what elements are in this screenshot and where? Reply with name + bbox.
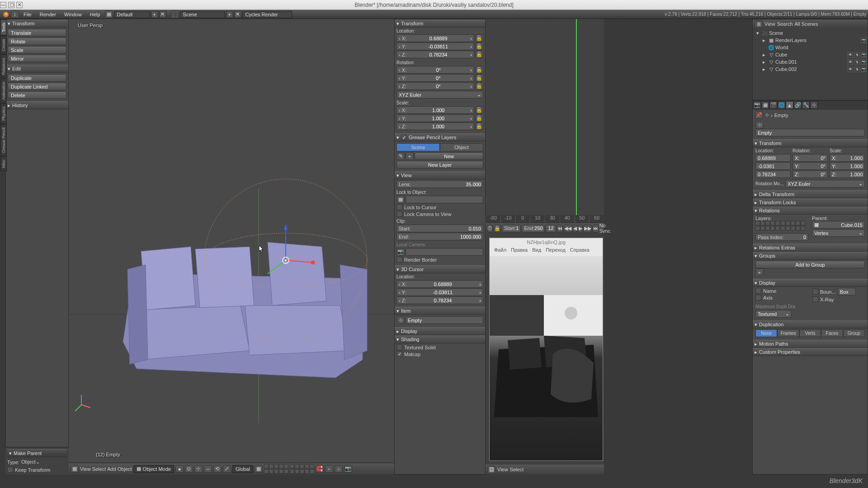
imgmenu-view[interactable]: Вид: [532, 247, 541, 253]
rot-y-lock-icon[interactable]: 🔓: [475, 74, 483, 82]
editor-type-icon[interactable]: i: [11, 10, 19, 18]
outliner-row[interactable]: ▸▽Cube.001👁🖱📷: [754, 58, 867, 66]
proptab-object-icon[interactable]: ▲: [786, 101, 793, 109]
restrict-icon[interactable]: 📷: [861, 52, 867, 58]
timeline-marker-icon[interactable]: 🔒: [494, 225, 501, 232]
disp-name-checkbox[interactable]: [755, 288, 761, 294]
add-group-plus-icon[interactable]: +: [755, 268, 764, 276]
prop-motion-header[interactable]: ▸Motion Paths: [753, 340, 868, 348]
prop-custom-header[interactable]: ▸Custom Properties: [753, 348, 868, 356]
parent-field[interactable]: ▦Cube.015: [812, 221, 865, 229]
viewport-menu-object[interactable]: Object: [118, 466, 132, 472]
matcap-checkbox[interactable]: [396, 351, 402, 357]
outliner-row[interactable]: ▸▦RenderLayers📷: [754, 37, 867, 44]
snap-type-icon[interactable]: ▫: [325, 465, 333, 473]
scene-dropdown[interactable]: Scene: [180, 11, 225, 18]
pass-index-field[interactable]: Pass Index:0: [755, 233, 808, 241]
prop-scale-y[interactable]: Y:1.000: [830, 162, 865, 170]
timeline-editor-icon[interactable]: ⏱: [487, 225, 493, 232]
textured-solid-checkbox[interactable]: [396, 344, 402, 350]
outliner-row[interactable]: 🌐World: [754, 44, 867, 51]
pivot-icon[interactable]: ⊙: [185, 465, 193, 473]
manipulator-icon[interactable]: ⊹: [194, 465, 203, 473]
prop-scale-z[interactable]: Z:1.000: [830, 170, 865, 178]
viewport-menu-view[interactable]: View: [80, 466, 91, 472]
restrict-icon[interactable]: 👁: [847, 59, 853, 65]
loc-z-lock-icon[interactable]: 🔓: [475, 51, 483, 58]
translate-button[interactable]: Translate: [8, 29, 66, 37]
proptab-modifiers-icon[interactable]: 🔧: [802, 101, 810, 109]
layout-add-button[interactable]: +: [151, 11, 158, 18]
npanel-display-header[interactable]: ▸Display: [395, 327, 485, 335]
prop-loc-x[interactable]: 0.68889: [755, 154, 791, 162]
bound-type-dropdown[interactable]: Box: [838, 288, 856, 296]
local-cam-icon[interactable]: 📷: [396, 248, 405, 256]
lens-field[interactable]: Lens:35.000: [396, 180, 483, 188]
toolshelf-transform-header[interactable]: ▾Transform: [6, 19, 68, 28]
restrict-icon[interactable]: 📷: [861, 38, 867, 43]
lock-cursor-checkbox[interactable]: [396, 204, 402, 210]
prop-loc-y[interactable]: -0.0381: [755, 162, 791, 170]
mode-dropdown[interactable]: ▦Object Mode: [133, 465, 174, 473]
delete-button[interactable]: Delete: [8, 91, 66, 99]
restrict-icon[interactable]: 📷: [861, 59, 867, 65]
gp-newlayer-button[interactable]: New Layer: [396, 161, 483, 169]
rot-x-lock-icon[interactable]: 🔓: [475, 66, 483, 74]
mirror-button[interactable]: Mirror: [8, 55, 66, 62]
jump-end-icon[interactable]: ⏭: [593, 225, 599, 232]
cursor-x-field[interactable]: ‹ X:0.68889›: [396, 280, 483, 288]
proptab-world-icon[interactable]: 🌐: [778, 101, 785, 109]
keyframe-prev-icon[interactable]: ◀◀: [564, 225, 572, 232]
scene-icon[interactable]: 🎥: [171, 10, 179, 18]
outliner-tree[interactable]: ▾🎥Scene▸▦RenderLayers📷🌐World▸▽Cube👁🖱📷▸▽C…: [753, 28, 868, 74]
tooltab-animation[interactable]: Animation: [0, 79, 7, 103]
render-border-checkbox[interactable]: [396, 257, 402, 263]
operator-header[interactable]: ▾Make Parent: [7, 449, 67, 457]
expand-icon[interactable]: ▸: [761, 37, 767, 43]
duplicate-linked-button[interactable]: Duplicate Linked: [8, 83, 66, 90]
outliner-filter-dropdown[interactable]: All Scenes: [795, 21, 866, 27]
expand-icon[interactable]: ▸: [761, 52, 767, 58]
play-icon[interactable]: ▶: [578, 225, 583, 232]
scale-x-field[interactable]: ‹ X:1.000›: [396, 106, 474, 114]
screen-layout-icon[interactable]: ▦: [105, 10, 113, 18]
prop-groups-header[interactable]: ▾Groups: [753, 252, 868, 260]
orientation-dropdown[interactable]: Global: [232, 465, 253, 473]
timeline-end-field[interactable]: End:250: [522, 225, 545, 232]
timeline-editor[interactable]: -80-1001030405060 ⏱ 🔒 Start:1 End:250 12…: [486, 19, 604, 233]
scale-z-lock-icon[interactable]: 🔓: [475, 122, 483, 130]
imgmenu-file[interactable]: Файл: [494, 247, 506, 253]
jump-start-icon[interactable]: ⏮: [557, 225, 563, 232]
parent-type-dropdown[interactable]: Vertex⌄: [812, 229, 865, 237]
item-icon[interactable]: ⊹: [396, 316, 405, 324]
scale-x-lock-icon[interactable]: 🔓: [475, 106, 483, 114]
uv-menu-select[interactable]: Select: [510, 467, 524, 472]
expand-icon[interactable]: ▸: [761, 59, 767, 65]
prop-duplication-header[interactable]: ▾Duplication: [753, 320, 868, 328]
maximize-button[interactable]: ▢: [8, 2, 14, 8]
dup-group[interactable]: Group: [843, 329, 865, 337]
play-reverse-icon[interactable]: ◀: [573, 225, 577, 232]
editor-type-3dview-icon[interactable]: ▦: [71, 465, 79, 473]
gp-add-icon[interactable]: +: [406, 152, 414, 160]
manipulator-rotate-icon[interactable]: ⟲: [213, 465, 222, 473]
prop-scale-x[interactable]: X:1.000: [830, 154, 865, 162]
reference-image-window[interactable]: NZHjw1sj6nQ.jpg Файл Правка Вид Переход …: [489, 238, 603, 461]
cursor-z-field[interactable]: ‹ Z:0.78234›: [396, 296, 483, 304]
timeline-start-field[interactable]: Start:1: [502, 225, 521, 232]
outliner-menu-search[interactable]: Search: [777, 21, 793, 27]
lock-object-field[interactable]: [406, 196, 483, 203]
imgmenu-help[interactable]: Справка: [570, 247, 590, 253]
textured-dropdown[interactable]: Textured⌄: [755, 310, 792, 318]
image-editor[interactable]: NZHjw1sj6nQ.jpg Файл Правка Вид Переход …: [486, 233, 604, 474]
proportional-icon[interactable]: ○: [335, 465, 343, 473]
screen-layout-dropdown[interactable]: Default: [114, 11, 150, 18]
restrict-icon[interactable]: 📷: [861, 66, 867, 72]
viewport-menu-select[interactable]: Select: [92, 466, 106, 472]
render-engine-dropdown[interactable]: Cycles Render: [242, 11, 292, 18]
scale-z-field[interactable]: ‹ Z:1.000›: [396, 122, 474, 130]
obj-type-icon[interactable]: ⊹: [755, 121, 764, 129]
tooltab-create[interactable]: Create: [0, 36, 7, 54]
local-cam-field[interactable]: [406, 248, 483, 256]
timeline-playhead[interactable]: [576, 19, 577, 215]
